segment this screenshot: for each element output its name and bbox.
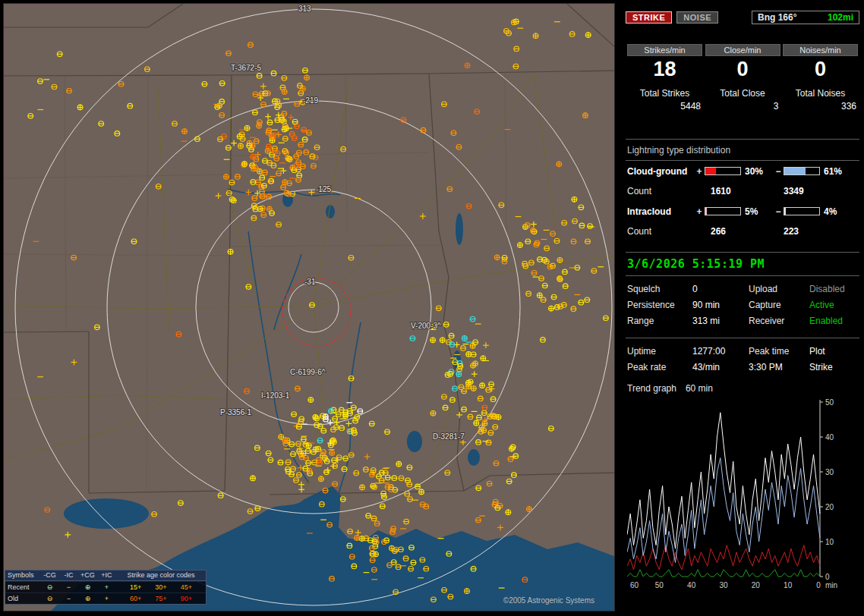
capture-label: Capture	[749, 300, 809, 310]
total-strikes-label: Total Strikes	[640, 88, 689, 99]
trend-ytick: 50	[825, 398, 834, 407]
trend-graph: 504030201006050403020100min	[627, 398, 855, 592]
storm-cell-label: C-6199-6^	[290, 368, 326, 376]
peak-rate-label: Peak rate	[627, 362, 692, 372]
trend-window-value[interactable]: 60 min	[686, 383, 713, 394]
trend-xtick: 30	[719, 581, 728, 589]
peak-rate-value: 43/min	[692, 362, 749, 372]
range-ring-label: -125	[316, 185, 331, 193]
noises-per-min-value: 0	[815, 58, 826, 81]
cloud-ground-row: Cloud-ground + 30% − 61%	[626, 161, 859, 181]
cg-minus-bar	[784, 167, 820, 175]
storm-cell-label: D-3281-7	[433, 432, 465, 441]
status-row: Squelch 0 Upload Disabled	[626, 281, 859, 297]
storm-cell-label: P-3356-1	[220, 408, 252, 416]
ic-plus-bar	[705, 207, 741, 215]
ic-minus-bar	[784, 207, 820, 215]
range-label: Range	[627, 316, 692, 326]
trend-x-unit: min	[825, 581, 837, 589]
total-noises-value: 336	[841, 101, 858, 112]
intracloud-label: Intracloud	[627, 206, 694, 217]
cg-plus-count: 1610	[694, 186, 767, 196]
ic-minus-percent: 4%	[820, 206, 859, 217]
trend-xtick: 50	[655, 581, 664, 589]
noise-button[interactable]: NOISE	[676, 11, 718, 24]
range-ring-label: 313	[298, 5, 311, 13]
persistence-value: 90 min	[692, 300, 749, 310]
total-noises-label: Total Noises	[796, 88, 845, 99]
divider	[626, 139, 859, 140]
lake	[456, 213, 463, 245]
storm-cell-label: T-3672-5	[231, 64, 261, 72]
legend-type-pos-cg: +CG	[78, 570, 97, 580]
close-per-min-chip[interactable]: Close/min	[705, 44, 780, 56]
count-label: Count	[627, 186, 694, 196]
legend-type-neg-cg: -CG	[40, 570, 59, 580]
trend-ytick: 0	[825, 573, 830, 581]
cg-minus-percent: 61%	[820, 166, 859, 177]
strikes-per-min-chip[interactable]: Strikes/min	[627, 44, 702, 56]
upload-status: Disabled	[809, 284, 859, 294]
uptime-value: 1277:00	[692, 346, 749, 357]
peak-time-value: 3:30 PM	[749, 362, 809, 372]
count-label: Count	[627, 226, 694, 237]
trend-series-close_per_min	[627, 570, 820, 577]
capture-status: Active	[809, 300, 859, 310]
intracloud-row: Intracloud + 5% − 4%	[626, 201, 859, 222]
lightning-map[interactable]: -31-125-219313T-3672-5V-200-3^C-6199-6^I…	[4, 4, 615, 611]
divider	[626, 275, 859, 276]
minus-sign: −	[773, 166, 784, 177]
plot-label: Plot	[809, 346, 859, 357]
trend-xtick: 20	[752, 581, 761, 589]
strikes-per-min-value: 18	[653, 58, 676, 81]
ic-plus-percent: 5%	[741, 206, 773, 217]
ic-plus-bar-fill	[705, 208, 707, 215]
range-value: 313 mi	[692, 316, 749, 326]
trend-xtick: 10	[784, 581, 793, 589]
ic-minus-bar-fill	[784, 208, 786, 215]
plus-sign: +	[694, 166, 705, 177]
bearing-readout: Bng 166° 102mi	[752, 11, 859, 24]
strikes-column: Strikes/min 18 Total Strikes 5448	[627, 44, 702, 112]
cloud-ground-label: Cloud-ground	[627, 166, 694, 177]
legend-type-neg-ic: -IC	[59, 570, 78, 580]
peak-rate-row: Peak rate 43/min 3:30 PM Strike	[626, 359, 859, 375]
status-panel: STRIKE NOISE Bng 166° 102mi Strikes/min …	[621, 0, 864, 616]
noises-column: Noises/min 0 Total Noises 336	[783, 44, 858, 112]
ic-plus-count: 266	[694, 226, 767, 237]
status-grid: Squelch 0 Upload Disabled Persistence 90…	[626, 281, 859, 328]
status-row: Range 313 mi Receiver Enabled	[626, 313, 859, 328]
bearing-distance: 102mi	[828, 12, 853, 23]
strike-button[interactable]: STRIKE	[626, 11, 672, 24]
legend-symbols-header: Symbols	[5, 570, 40, 580]
close-per-min-value: 0	[736, 58, 748, 81]
noises-per-min-chip[interactable]: Noises/min	[783, 44, 858, 56]
plus-sign: +	[694, 206, 705, 217]
receiver-label: Receiver	[749, 316, 809, 326]
squelch-value: 0	[692, 284, 749, 294]
legend-type-pos-ic: +IC	[97, 570, 116, 580]
trend-ytick: 20	[825, 503, 834, 511]
legend-rows: Recent⊖−⊕+15+30+45+Old⊖−⊕+60+75+90+	[5, 581, 206, 604]
trend-ytick: 40	[825, 433, 834, 442]
lake	[64, 498, 149, 529]
strike-age-legend: Symbols -CG -IC +CG +IC Strike age color…	[5, 570, 207, 605]
upload-label: Upload	[749, 284, 809, 294]
cg-plus-bar-fill	[705, 168, 716, 174]
trend-ytick: 10	[825, 538, 834, 546]
cg-minus-bar-fill	[784, 168, 806, 174]
trend-xtick: 40	[687, 581, 696, 589]
storm-cell-label: I-1203-1	[261, 391, 290, 400]
map-area[interactable]: -31-125-219313T-3672-5V-200-3^C-6199-6^I…	[3, 3, 615, 611]
receiver-status: Enabled	[809, 316, 859, 326]
squelch-label: Squelch	[627, 284, 692, 294]
legend-row: Old⊖−⊕+60+75+90+	[5, 592, 206, 604]
minus-sign: −	[773, 206, 784, 217]
trend-series-strikes_per_min	[627, 413, 820, 548]
legend-header: Symbols -CG -IC +CG +IC Strike age color…	[5, 570, 206, 581]
cg-plus-percent: 30%	[741, 166, 773, 177]
trend-xtick: 60	[630, 581, 639, 589]
lake	[468, 449, 480, 466]
total-strikes-value: 5448	[680, 101, 702, 112]
distribution-title: Lightning type distribution	[627, 145, 859, 156]
